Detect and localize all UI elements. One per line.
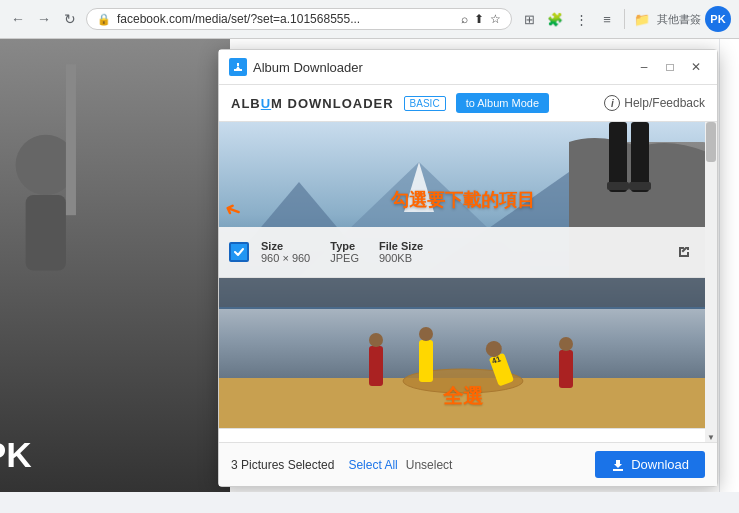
type-label: Type [330, 240, 359, 252]
svg-rect-42 [369, 346, 383, 386]
dialog-titlebar: Album Downloader – □ ✕ [219, 50, 717, 85]
svg-rect-40 [219, 278, 707, 308]
more-icon[interactable]: ⋮ [570, 8, 592, 30]
dialog-footer: 3 Pictures Selected Select All Unselect … [219, 442, 717, 486]
svg-rect-32 [609, 122, 627, 192]
album-mode-button[interactable]: to Album Mode [456, 93, 549, 113]
download-icon [611, 458, 625, 472]
dialog-window-buttons: – □ ✕ [633, 56, 707, 78]
lock-icon: 🔒 [97, 13, 111, 26]
fb-right-strip [719, 39, 739, 492]
sidebar-icon[interactable]: ≡ [596, 8, 618, 30]
puzzle-icon[interactable]: 🧩 [544, 8, 566, 30]
size-value: 960 × 960 [261, 252, 310, 264]
reload-button[interactable]: ↻ [60, 9, 80, 29]
browser-toolbar: ← → ↻ 🔒 facebook.com/media/set/?set=a.10… [0, 0, 739, 38]
svg-rect-44 [419, 340, 433, 382]
filesize-value: 900KB [379, 252, 423, 264]
photo-filesize-col: File Size 900KB [379, 240, 423, 264]
forward-button[interactable]: → [34, 9, 54, 29]
unselect-button[interactable]: Unselect [406, 458, 453, 472]
svg-point-50 [559, 337, 573, 351]
star-icon: ☆ [490, 12, 501, 26]
svg-rect-49 [559, 350, 573, 388]
fb-left-panel: f 🔍 搜尋 Facebook [0, 39, 230, 492]
profile-button[interactable]: PK [705, 6, 731, 32]
dialog-header: ALBUM DOWNLOADER BASIC to Album Mode i H… [219, 85, 717, 122]
dialog-photo-item-2: 41 全選 [219, 278, 717, 429]
close-button[interactable]: ✕ [685, 56, 707, 78]
help-label: Help/Feedback [624, 96, 705, 110]
help-feedback-link[interactable]: i Help/Feedback [604, 95, 705, 111]
photo-preview-2: 41 全選 [219, 278, 707, 428]
select-all-button[interactable]: Select All [348, 458, 397, 472]
browser-chrome: ← → ↻ 🔒 facebook.com/media/set/?set=a.10… [0, 0, 739, 39]
download-button[interactable]: Download [595, 451, 705, 478]
svg-rect-34 [607, 182, 629, 190]
back-button[interactable]: ← [8, 9, 28, 29]
minimize-button[interactable]: – [633, 56, 655, 78]
info-icon: i [604, 95, 620, 111]
photo-grid: PK [0, 79, 230, 85]
address-bar[interactable]: 🔒 facebook.com/media/set/?set=a.10156855… [86, 8, 512, 30]
svg-rect-33 [631, 122, 649, 192]
other-bookmarks-label: 其他書簽 [657, 12, 701, 27]
dialog-scrollbar[interactable]: ▲ ▼ [705, 122, 717, 442]
scrollbar-thumb[interactable] [706, 122, 716, 162]
app-title-highlight: U [261, 96, 271, 111]
search-icon: ⌕ [461, 12, 468, 26]
open-button-1[interactable] [673, 241, 695, 263]
type-value: JPEG [330, 252, 359, 264]
app-title: ALBUM DOWNLOADER [231, 96, 394, 111]
address-text: facebook.com/media/set/?set=a.101568555.… [117, 12, 455, 26]
size-label: Size [261, 240, 310, 252]
page-content: f 🔍 搜尋 Facebook [0, 39, 739, 492]
basic-badge: BASIC [404, 96, 446, 111]
share-icon: ⬆ [474, 12, 484, 26]
download-label: Download [631, 457, 689, 472]
divider [624, 9, 625, 29]
toolbar-icons: ⊞ 🧩 ⋮ ≡ 📁 其他書簽 PK [518, 6, 731, 32]
photo-info-row-1: ➜ Size 960 × 960 Type JPEG [219, 227, 705, 277]
svg-point-43 [369, 333, 383, 347]
svg-point-45 [419, 327, 433, 341]
photo-size-col: Size 960 × 960 [261, 240, 310, 264]
filesize-label: File Size [379, 240, 423, 252]
svg-rect-35 [629, 182, 651, 190]
maximize-button[interactable]: □ [659, 56, 681, 78]
dialog-photo-item-1: 勾選要下載的項目 ➜ Size 960 × 960 [219, 122, 717, 278]
dialog-title: Album Downloader [253, 60, 633, 75]
photo-checkbox-1[interactable] [229, 242, 249, 262]
scrollbar-down-arrow[interactable]: ▼ [705, 433, 717, 442]
dialog-content: 勾選要下載的項目 ➜ Size 960 × 960 [219, 122, 717, 442]
photo-type-col: Type JPEG [330, 240, 359, 264]
pictures-selected-count: 3 Pictures Selected [231, 458, 334, 472]
bookmark-folder-icon[interactable]: 📁 [631, 8, 653, 30]
album-downloader-dialog: Album Downloader – □ ✕ ALBUM DOWNLOADER … [218, 49, 718, 487]
extensions-icon[interactable]: ⊞ [518, 8, 540, 30]
dialog-app-icon [229, 58, 247, 76]
